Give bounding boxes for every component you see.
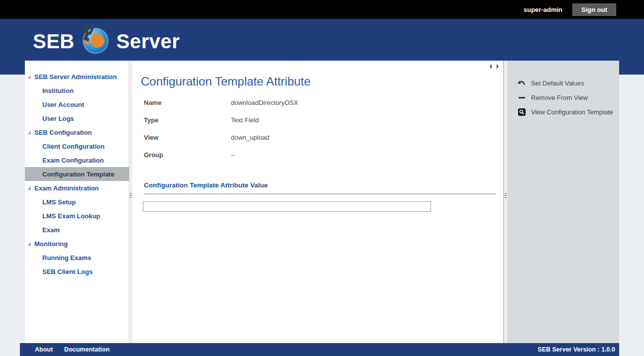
field-row-group: Group -- bbox=[144, 151, 503, 169]
sidebar-item-label: LMS Setup bbox=[42, 198, 76, 206]
minus-icon bbox=[518, 94, 526, 102]
field-label: Type bbox=[144, 116, 231, 124]
magnifier-icon bbox=[518, 108, 526, 116]
sidebar-item-exam-configuration[interactable]: Exam Configuration bbox=[25, 153, 129, 167]
page-nav: ‹ › bbox=[490, 62, 499, 71]
app-logo: SEB Se bbox=[33, 26, 180, 57]
sidebar-item-label: Monitoring bbox=[34, 240, 68, 248]
sidebar-item-label: Client Configuration bbox=[42, 143, 105, 150]
sidebar-item-label: Exam Configuration bbox=[42, 157, 104, 164]
prev-page-icon[interactable]: ‹ bbox=[490, 62, 493, 71]
sidebar-item-label: Exam Administration bbox=[34, 184, 99, 192]
username-label: super-admin bbox=[524, 6, 562, 13]
sidebar-item-configuration-template[interactable]: Configuration Template bbox=[25, 167, 129, 181]
sidebar-item-seb-server-administration[interactable]: SEB Server Administration bbox=[25, 70, 129, 84]
sidebar-item-institution[interactable]: Institution bbox=[25, 84, 129, 97]
sidebar-item-client-configuration[interactable]: Client Configuration bbox=[25, 139, 129, 153]
field-label: Name bbox=[144, 99, 231, 106]
next-page-icon[interactable]: › bbox=[496, 62, 499, 71]
field-label: View bbox=[144, 134, 231, 141]
nav-tree: SEB Server Administration Institution Us… bbox=[25, 61, 129, 343]
sash-left[interactable] bbox=[129, 61, 132, 343]
attribute-value-input[interactable] bbox=[143, 201, 431, 212]
footer: About Documentation SEB Server Version :… bbox=[20, 343, 619, 356]
sidebar-item-label: LMS Exam Lookup bbox=[42, 212, 100, 220]
field-row-type: Type Text Field bbox=[144, 116, 503, 134]
main-panel: ‹ › Configuration Template Attribute Nam… bbox=[132, 61, 504, 343]
sidebar-item-label: Institution bbox=[42, 87, 74, 94]
globe-lock-icon bbox=[81, 26, 110, 57]
sidebar-item-label: Exam bbox=[42, 226, 60, 234]
page-title: Configuration Template Attribute bbox=[141, 75, 503, 89]
sidebar-item-seb-client-logs[interactable]: SEB Client Logs bbox=[25, 265, 129, 278]
field-value: down_upload bbox=[231, 134, 269, 141]
sidebar-item-label: SEB Configuration bbox=[34, 129, 92, 136]
sidebar-item-lms-setup[interactable]: LMS Setup bbox=[25, 195, 129, 209]
footer-link-about[interactable]: About bbox=[35, 346, 53, 353]
action-label: Remove From View bbox=[531, 94, 588, 101]
field-value: Text Field bbox=[231, 116, 259, 124]
tree-expand-icon[interactable] bbox=[27, 186, 31, 190]
field-row-view: View down_upload bbox=[144, 134, 503, 151]
field-value: -- bbox=[231, 151, 235, 159]
sash-grip-icon bbox=[130, 193, 132, 199]
sidebar-item-label: User Logs bbox=[42, 115, 74, 122]
logo-text-seb: SEB bbox=[33, 30, 75, 53]
field-value: downloadDirectoryOSX bbox=[231, 99, 298, 106]
sidebar-item-label: Running Exams bbox=[42, 254, 91, 262]
sidebar-item-user-account[interactable]: User Account bbox=[25, 97, 129, 111]
section-divider bbox=[144, 193, 496, 194]
sidebar-item-label: SEB Client Logs bbox=[42, 268, 93, 275]
action-label: Set Default Values bbox=[531, 80, 584, 87]
action-panel: Set Default Values Remove From View View… bbox=[507, 61, 619, 343]
action-view-configuration-template[interactable]: View Configuration Template bbox=[507, 105, 619, 119]
sidebar-item-label: User Account bbox=[42, 101, 84, 108]
footer-links: About Documentation bbox=[35, 346, 109, 353]
logo-text-server: Server bbox=[116, 30, 180, 53]
tree-expand-icon[interactable] bbox=[27, 131, 31, 134]
undo-icon bbox=[518, 80, 526, 88]
sidebar-item-label: Configuration Template bbox=[42, 171, 114, 178]
sidebar-item-user-logs[interactable]: User Logs bbox=[25, 111, 129, 125]
tree-expand-icon[interactable] bbox=[27, 242, 31, 246]
field-row-name: Name downloadDirectoryOSX bbox=[144, 99, 503, 116]
topbar: super-admin Sign out bbox=[0, 0, 644, 19]
sidebar-item-seb-configuration[interactable]: SEB Configuration bbox=[25, 125, 129, 139]
tree-expand-icon[interactable] bbox=[27, 75, 31, 79]
field-label: Group bbox=[144, 151, 231, 159]
sash-right[interactable] bbox=[504, 61, 507, 343]
sidebar-item-lms-exam-lookup[interactable]: LMS Exam Lookup bbox=[25, 209, 129, 223]
sidebar-item-label: SEB Server Administration bbox=[34, 73, 117, 81]
version-label: SEB Server Version : 1.0.0 bbox=[537, 346, 615, 353]
attribute-fields: Name downloadDirectoryOSX Type Text Fiel… bbox=[144, 99, 503, 169]
sidebar-item-exam[interactable]: Exam bbox=[25, 223, 129, 237]
sidebar-item-exam-administration[interactable]: Exam Administration bbox=[25, 181, 129, 195]
sidebar-item-monitoring[interactable]: Monitoring bbox=[25, 237, 129, 251]
footer-link-documentation[interactable]: Documentation bbox=[64, 346, 109, 353]
sash-grip-icon bbox=[505, 193, 507, 199]
content-area: SEB Server Administration Institution Us… bbox=[25, 61, 619, 343]
sidebar-item-running-exams[interactable]: Running Exams bbox=[25, 251, 129, 265]
action-remove-from-view[interactable]: Remove From View bbox=[507, 90, 619, 105]
action-set-default-values[interactable]: Set Default Values bbox=[507, 76, 619, 90]
action-label: View Configuration Template bbox=[531, 108, 613, 116]
sign-out-button[interactable]: Sign out bbox=[572, 3, 616, 16]
section-title: Configuration Template Attribute Value bbox=[144, 181, 503, 189]
